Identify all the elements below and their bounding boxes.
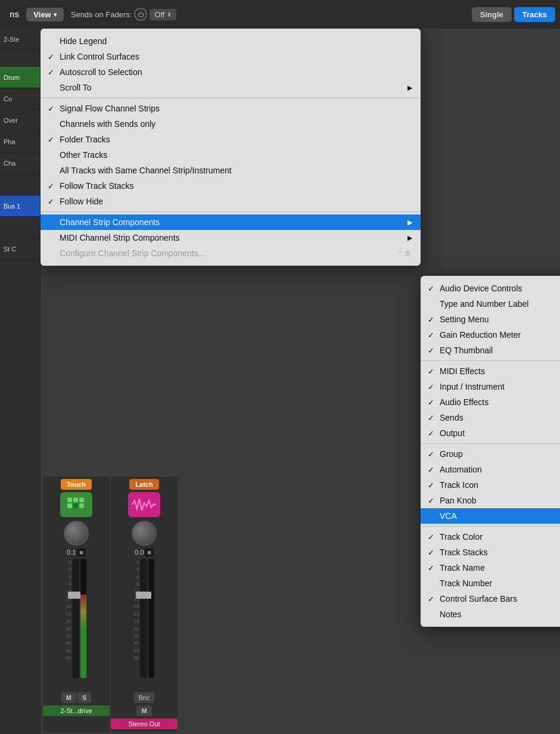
auto-touch-button[interactable]: Touch — [61, 479, 92, 490]
plugin-icon-1[interactable] — [60, 492, 92, 517]
menu-link-control-surfaces[interactable]: Link Control Surfaces — [41, 49, 421, 64]
submenu-output[interactable]: Output — [421, 425, 560, 441]
menu-channels-sends[interactable]: Channels with Sends only — [41, 116, 421, 132]
submenu-track-stacks[interactable]: Track Stacks — [421, 545, 560, 560]
submenu-setting-menu-label: Setting Menu — [440, 315, 489, 324]
pan-knob-1[interactable] — [64, 521, 89, 546]
submenu-pan-knob[interactable]: Pan Knob — [421, 493, 560, 508]
bottom-buttons-2b: M — [136, 705, 151, 716]
track-item-cha[interactable]: Cha — [0, 153, 40, 174]
track-item-drum[interactable]: Drum — [0, 67, 40, 88]
menu-other-tracks[interactable]: Other Tracks — [41, 147, 421, 163]
svg-rect-2 — [79, 497, 84, 502]
bottom-buttons-2: Bnc — [134, 692, 155, 703]
submenu-output-label: Output — [440, 428, 465, 438]
channel-strip-2: Latch 0.0 ■ 0369121518 — [111, 477, 178, 732]
channel-strip-1: Touch 0.1 ■ — [43, 477, 110, 732]
sends-off-selector[interactable]: Off ⬍ — [150, 9, 176, 20]
submenu-midi-effects[interactable]: MIDI Effects — [421, 363, 560, 379]
menu-follow-hide[interactable]: Follow Hide — [41, 194, 421, 209]
view-menu-dropdown: Hide Legend Link Control Surfaces Autosc… — [41, 29, 421, 266]
track-item-co[interactable]: Co — [0, 88, 40, 110]
menu-channel-strip-components[interactable]: Channel Strip Components — [41, 214, 421, 230]
shortcut-icon: ⌃ ⌘ — [397, 250, 411, 257]
bnc-label: Bnc — [134, 692, 155, 703]
submenu-group[interactable]: Group — [421, 446, 560, 462]
channel-label-1: 2-St...drive — [43, 705, 110, 716]
fader-container-2: 0369121518 21243035405060 — [134, 559, 155, 690]
menu-scroll-to[interactable]: Scroll To — [41, 80, 421, 95]
menu-channels-sends-label: Channels with Sends only — [60, 119, 155, 129]
mixer-area: Touch 0.1 ■ — [41, 29, 560, 734]
submenu-track-color[interactable]: Track Color — [421, 529, 560, 545]
pan-knob-2[interactable] — [132, 521, 157, 546]
track-item-over[interactable]: Over — [0, 110, 40, 131]
top-bar: ns View ▾ Sends on Faders: ⏻ Off ⬍ Singl… — [0, 0, 560, 29]
submenu-control-surface-bars[interactable]: Control Surface Bars — [421, 591, 560, 607]
submenu-audio-device-controls[interactable]: Audio Device Controls — [421, 281, 560, 296]
value-box-1: ■ — [77, 548, 86, 556]
track-item-pha[interactable]: Pha — [0, 131, 40, 153]
menu-hide-legend-label: Hide Legend — [60, 36, 107, 46]
main-content: 2-Ste Drum Co Over Pha Cha Bus 1 St C To… — [0, 29, 560, 734]
track-item-stc[interactable]: St C — [0, 238, 40, 260]
menu-all-tracks-label: All Tracks with Same Channel Strip/Instr… — [60, 166, 232, 175]
submenu-midi-effects-label: MIDI Effects — [440, 366, 485, 376]
submenu-eq-thumbnail-label: EQ Thumbnail — [440, 346, 493, 355]
tracks-button[interactable]: Tracks — [514, 7, 555, 22]
submenu-eq-thumbnail[interactable]: EQ Thumbnail — [421, 343, 560, 358]
auto-latch-button[interactable]: Latch — [129, 479, 158, 490]
mute-button-1[interactable]: M — [61, 692, 76, 703]
submenu-notes[interactable]: Notes — [421, 607, 560, 622]
submenu-sends[interactable]: Sends — [421, 410, 560, 425]
track-item[interactable]: 2-Ste — [0, 29, 40, 50]
sends-label: Sends on Faders: — [71, 10, 132, 19]
submenu-audio-device-controls-label: Audio Device Controls — [440, 284, 522, 293]
svg-rect-5 — [79, 503, 84, 508]
menu-folder-tracks[interactable]: Folder Tracks — [41, 132, 421, 147]
submenu-track-name[interactable]: Track Name — [421, 560, 560, 576]
menu-configure-channel-strip-label: Configure Channel Strip Components... — [60, 248, 205, 258]
submenu-pan-knob-label: Pan Knob — [440, 496, 477, 505]
spinner-icon: ⬍ — [167, 11, 172, 18]
submenu-track-icon-label: Track Icon — [440, 480, 478, 490]
submenu-gain-reduction-meter[interactable]: Gain Reduction Meter — [421, 327, 560, 343]
value-num-1: 0.1 — [67, 549, 76, 556]
submenu-track-icon[interactable]: Track Icon — [421, 477, 560, 493]
track-item-bus[interactable]: Bus 1 — [0, 195, 40, 217]
menu-midi-channel-strip-components[interactable]: MIDI Channel Strip Components — [41, 230, 421, 245]
view-menu-button[interactable]: View ▾ — [26, 8, 63, 21]
menu-autoscroll-label: Autoscroll to Selection — [60, 67, 142, 77]
value-num-2: 0.0 — [135, 549, 144, 556]
separator-2 — [41, 212, 421, 212]
menu-autoscroll[interactable]: Autoscroll to Selection — [41, 64, 421, 80]
submenu-notes-label: Notes — [440, 609, 462, 619]
sub-separator-3 — [421, 526, 560, 527]
menu-follow-track-stacks[interactable]: Follow Track Stacks — [41, 178, 421, 194]
submenu-audio-effects-label: Audio Effects — [440, 397, 489, 407]
submenu-automation-label: Automation — [440, 465, 482, 474]
menu-all-tracks[interactable]: All Tracks with Same Channel Strip/Instr… — [41, 163, 421, 178]
submenu-audio-effects[interactable]: Audio Effects — [421, 394, 560, 410]
submenu-type-number-label[interactable]: Type and Number Label — [421, 296, 560, 312]
submenu-automation[interactable]: Automation — [421, 462, 560, 477]
submenu-input-instrument[interactable]: Input / Instrument — [421, 379, 560, 394]
mute-button-2[interactable]: M — [136, 705, 151, 716]
submenu-vca-label: VCA — [440, 511, 457, 521]
solo-button-1[interactable]: S — [77, 692, 91, 703]
plugin-icon-2[interactable] — [128, 492, 160, 517]
menu-hide-legend[interactable]: Hide Legend — [41, 33, 421, 49]
submenu-control-surface-bars-label: Control Surface Bars — [440, 594, 517, 604]
single-button[interactable]: Single — [472, 7, 512, 22]
menu-signal-flow[interactable]: Signal Flow Channel Strips — [41, 101, 421, 116]
submenu-setting-menu[interactable]: Setting Menu — [421, 312, 560, 327]
track-item[interactable] — [0, 50, 40, 67]
submenu-track-stacks-label: Track Stacks — [440, 548, 487, 557]
value-row-1: 0.1 ■ — [67, 548, 86, 556]
submenu-vca[interactable]: VCA ↖ — [421, 508, 560, 524]
submenu-type-number-label-label: Type and Number Label — [440, 299, 528, 309]
chevron-down-icon: ▾ — [54, 11, 57, 18]
submenu-track-number[interactable]: Track Number — [421, 576, 560, 591]
sends-power-button[interactable]: ⏻ — [134, 8, 147, 21]
bottom-buttons-1: M S — [61, 692, 92, 703]
